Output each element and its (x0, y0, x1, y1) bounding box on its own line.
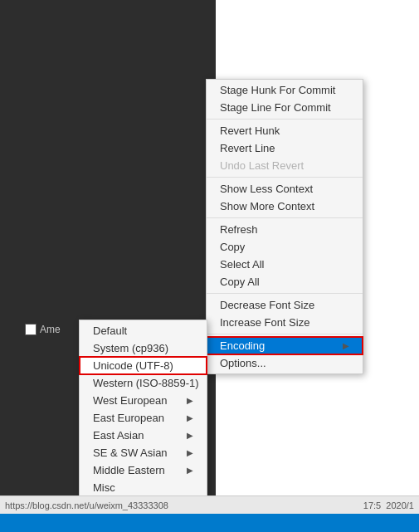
menu-item-show-less[interactable]: Show Less Context (207, 180, 363, 198)
checkbox[interactable] (25, 324, 37, 335)
checkbox-label: Ame (40, 324, 61, 335)
menu-item-encoding[interactable]: Encoding ▶ (207, 337, 363, 354)
submenu-item-west-european[interactable]: West European ▶ (80, 392, 207, 409)
url-bar: https://blog.csdn.net/u/weixm_43333308 1… (0, 495, 419, 514)
submenu-item-east-asian[interactable]: East Asian ▶ (80, 427, 207, 444)
submenu-item-unicode-utf8[interactable]: Unicode (UTF-8) (80, 357, 207, 374)
submenu-item-middle-eastern[interactable]: Middle Eastern ▶ (80, 461, 207, 479)
context-menu-main: Stage Hunk For Commit Stage Line For Com… (206, 79, 363, 374)
separator-1 (207, 119, 363, 120)
url-text: https://blog.csdn.net/u/weixm_43333308 (5, 500, 168, 510)
menu-item-undo-revert[interactable]: Undo Last Revert (207, 157, 363, 174)
menu-item-increase-font[interactable]: Increase Font Size (207, 314, 363, 331)
menu-item-options[interactable]: Options... (207, 354, 363, 372)
menu-item-stage-line[interactable]: Stage Line For Commit (207, 99, 363, 116)
submenu-item-default[interactable]: Default (80, 322, 207, 339)
menu-item-decrease-font[interactable]: Decrease Font Size (207, 296, 363, 314)
menu-item-copy-all[interactable]: Copy All (207, 273, 363, 290)
east-european-arrow-icon: ▶ (187, 413, 193, 422)
separator-4 (207, 293, 363, 294)
east-asian-arrow-icon: ▶ (187, 431, 193, 440)
submenu-encoding: Default System (cp936) Unicode (UTF-8) W… (79, 320, 207, 499)
checkbox-area: Ame (25, 324, 61, 335)
middle-eastern-arrow-icon: ▶ (187, 466, 193, 475)
separator-2 (207, 177, 363, 178)
menu-item-revert-line[interactable]: Revert Line (207, 139, 363, 157)
bottom-statusbar (0, 514, 419, 532)
west-european-arrow-icon: ▶ (187, 396, 193, 405)
se-sw-asian-arrow-icon: ▶ (187, 448, 193, 457)
submenu-item-system[interactable]: System (cp936) (80, 339, 207, 357)
separator-5 (207, 334, 363, 334)
menu-item-select-all[interactable]: Select All (207, 256, 363, 273)
menu-item-revert-hunk[interactable]: Revert Hunk (207, 122, 363, 139)
submenu-item-western[interactable]: Western (ISO-8859-1) (80, 374, 207, 392)
menu-item-copy[interactable]: Copy (207, 238, 363, 256)
separator-3 (207, 217, 363, 218)
clock-text: 17:5 2020/1 (363, 500, 414, 510)
encoding-arrow-icon: ▶ (343, 341, 349, 350)
submenu-item-se-sw-asian[interactable]: SE & SW Asian ▶ (80, 444, 207, 461)
menu-item-show-more[interactable]: Show More Context (207, 198, 363, 215)
menu-item-stage-hunk[interactable]: Stage Hunk For Commit (207, 81, 363, 99)
submenu-item-misc[interactable]: Misc (80, 479, 207, 496)
menu-item-refresh[interactable]: Refresh (207, 221, 363, 238)
submenu-item-east-european[interactable]: East European ▶ (80, 409, 207, 427)
